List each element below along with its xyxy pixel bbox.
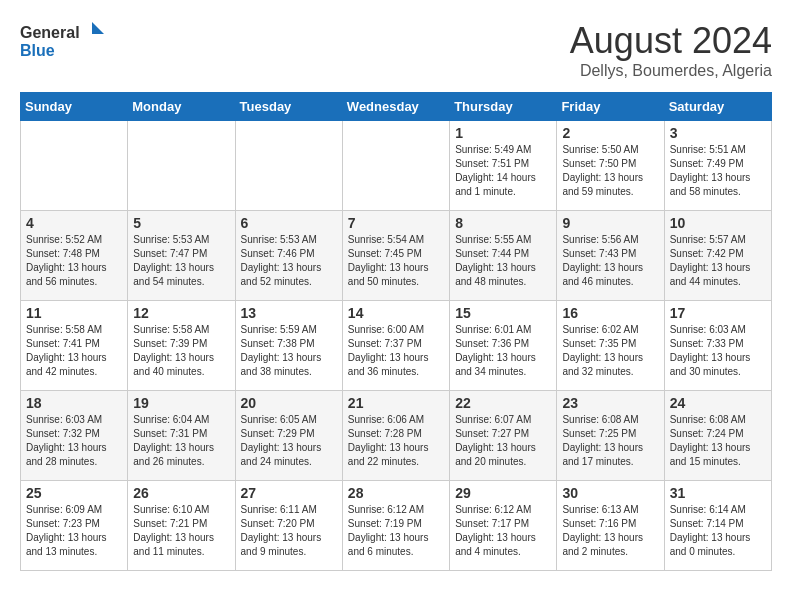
day-cell: 23Sunrise: 6:08 AM Sunset: 7:25 PM Dayli…	[557, 391, 664, 481]
day-number: 24	[670, 395, 766, 411]
svg-marker-2	[92, 22, 104, 34]
day-number: 23	[562, 395, 658, 411]
day-number: 22	[455, 395, 551, 411]
day-cell: 15Sunrise: 6:01 AM Sunset: 7:36 PM Dayli…	[450, 301, 557, 391]
header-cell-friday: Friday	[557, 93, 664, 121]
day-info: Sunrise: 6:12 AM Sunset: 7:19 PM Dayligh…	[348, 503, 444, 559]
day-info: Sunrise: 6:13 AM Sunset: 7:16 PM Dayligh…	[562, 503, 658, 559]
day-cell: 3Sunrise: 5:51 AM Sunset: 7:49 PM Daylig…	[664, 121, 771, 211]
day-cell: 31Sunrise: 6:14 AM Sunset: 7:14 PM Dayli…	[664, 481, 771, 571]
day-info: Sunrise: 6:02 AM Sunset: 7:35 PM Dayligh…	[562, 323, 658, 379]
day-info: Sunrise: 6:09 AM Sunset: 7:23 PM Dayligh…	[26, 503, 122, 559]
day-cell: 16Sunrise: 6:02 AM Sunset: 7:35 PM Dayli…	[557, 301, 664, 391]
week-row-1: 1Sunrise: 5:49 AM Sunset: 7:51 PM Daylig…	[21, 121, 772, 211]
day-number: 11	[26, 305, 122, 321]
day-info: Sunrise: 5:53 AM Sunset: 7:46 PM Dayligh…	[241, 233, 337, 289]
day-cell: 14Sunrise: 6:00 AM Sunset: 7:37 PM Dayli…	[342, 301, 449, 391]
header-cell-tuesday: Tuesday	[235, 93, 342, 121]
day-cell: 9Sunrise: 5:56 AM Sunset: 7:43 PM Daylig…	[557, 211, 664, 301]
day-number: 25	[26, 485, 122, 501]
day-info: Sunrise: 6:04 AM Sunset: 7:31 PM Dayligh…	[133, 413, 229, 469]
day-info: Sunrise: 6:00 AM Sunset: 7:37 PM Dayligh…	[348, 323, 444, 379]
day-number: 3	[670, 125, 766, 141]
day-info: Sunrise: 6:12 AM Sunset: 7:17 PM Dayligh…	[455, 503, 551, 559]
header-cell-thursday: Thursday	[450, 93, 557, 121]
day-number: 7	[348, 215, 444, 231]
day-number: 10	[670, 215, 766, 231]
header-cell-saturday: Saturday	[664, 93, 771, 121]
calendar-table: SundayMondayTuesdayWednesdayThursdayFrid…	[20, 92, 772, 571]
day-cell: 19Sunrise: 6:04 AM Sunset: 7:31 PM Dayli…	[128, 391, 235, 481]
day-number: 30	[562, 485, 658, 501]
day-cell	[342, 121, 449, 211]
day-info: Sunrise: 5:52 AM Sunset: 7:48 PM Dayligh…	[26, 233, 122, 289]
title-block: August 2024 Dellys, Boumerdes, Algeria	[570, 20, 772, 80]
day-number: 9	[562, 215, 658, 231]
day-info: Sunrise: 5:54 AM Sunset: 7:45 PM Dayligh…	[348, 233, 444, 289]
day-info: Sunrise: 5:50 AM Sunset: 7:50 PM Dayligh…	[562, 143, 658, 199]
day-cell	[235, 121, 342, 211]
day-number: 27	[241, 485, 337, 501]
day-info: Sunrise: 5:58 AM Sunset: 7:41 PM Dayligh…	[26, 323, 122, 379]
svg-text:Blue: Blue	[20, 42, 55, 59]
day-cell: 24Sunrise: 6:08 AM Sunset: 7:24 PM Dayli…	[664, 391, 771, 481]
day-number: 1	[455, 125, 551, 141]
day-number: 16	[562, 305, 658, 321]
day-cell: 7Sunrise: 5:54 AM Sunset: 7:45 PM Daylig…	[342, 211, 449, 301]
day-cell: 6Sunrise: 5:53 AM Sunset: 7:46 PM Daylig…	[235, 211, 342, 301]
day-cell: 2Sunrise: 5:50 AM Sunset: 7:50 PM Daylig…	[557, 121, 664, 211]
day-number: 14	[348, 305, 444, 321]
day-info: Sunrise: 5:49 AM Sunset: 7:51 PM Dayligh…	[455, 143, 551, 199]
calendar-header: SundayMondayTuesdayWednesdayThursdayFrid…	[21, 93, 772, 121]
day-info: Sunrise: 5:58 AM Sunset: 7:39 PM Dayligh…	[133, 323, 229, 379]
day-cell: 11Sunrise: 5:58 AM Sunset: 7:41 PM Dayli…	[21, 301, 128, 391]
day-number: 26	[133, 485, 229, 501]
day-number: 5	[133, 215, 229, 231]
day-number: 6	[241, 215, 337, 231]
day-number: 29	[455, 485, 551, 501]
day-cell	[128, 121, 235, 211]
svg-text:General: General	[20, 24, 80, 41]
day-cell: 17Sunrise: 6:03 AM Sunset: 7:33 PM Dayli…	[664, 301, 771, 391]
page-header: General Blue August 2024 Dellys, Boumerd…	[20, 20, 772, 80]
day-number: 28	[348, 485, 444, 501]
calendar-body: 1Sunrise: 5:49 AM Sunset: 7:51 PM Daylig…	[21, 121, 772, 571]
week-row-2: 4Sunrise: 5:52 AM Sunset: 7:48 PM Daylig…	[21, 211, 772, 301]
day-cell: 12Sunrise: 5:58 AM Sunset: 7:39 PM Dayli…	[128, 301, 235, 391]
day-number: 18	[26, 395, 122, 411]
header-cell-wednesday: Wednesday	[342, 93, 449, 121]
day-cell: 20Sunrise: 6:05 AM Sunset: 7:29 PM Dayli…	[235, 391, 342, 481]
day-number: 12	[133, 305, 229, 321]
day-number: 8	[455, 215, 551, 231]
day-cell: 8Sunrise: 5:55 AM Sunset: 7:44 PM Daylig…	[450, 211, 557, 301]
week-row-5: 25Sunrise: 6:09 AM Sunset: 7:23 PM Dayli…	[21, 481, 772, 571]
day-info: Sunrise: 5:59 AM Sunset: 7:38 PM Dayligh…	[241, 323, 337, 379]
day-number: 13	[241, 305, 337, 321]
day-info: Sunrise: 6:03 AM Sunset: 7:33 PM Dayligh…	[670, 323, 766, 379]
day-info: Sunrise: 6:01 AM Sunset: 7:36 PM Dayligh…	[455, 323, 551, 379]
logo-svg: General Blue	[20, 20, 110, 65]
day-number: 19	[133, 395, 229, 411]
day-info: Sunrise: 6:05 AM Sunset: 7:29 PM Dayligh…	[241, 413, 337, 469]
day-cell: 30Sunrise: 6:13 AM Sunset: 7:16 PM Dayli…	[557, 481, 664, 571]
day-cell: 18Sunrise: 6:03 AM Sunset: 7:32 PM Dayli…	[21, 391, 128, 481]
day-cell: 4Sunrise: 5:52 AM Sunset: 7:48 PM Daylig…	[21, 211, 128, 301]
day-info: Sunrise: 5:51 AM Sunset: 7:49 PM Dayligh…	[670, 143, 766, 199]
day-info: Sunrise: 6:11 AM Sunset: 7:20 PM Dayligh…	[241, 503, 337, 559]
day-cell: 22Sunrise: 6:07 AM Sunset: 7:27 PM Dayli…	[450, 391, 557, 481]
day-cell: 26Sunrise: 6:10 AM Sunset: 7:21 PM Dayli…	[128, 481, 235, 571]
day-info: Sunrise: 5:57 AM Sunset: 7:42 PM Dayligh…	[670, 233, 766, 289]
day-number: 17	[670, 305, 766, 321]
day-info: Sunrise: 5:53 AM Sunset: 7:47 PM Dayligh…	[133, 233, 229, 289]
day-cell: 13Sunrise: 5:59 AM Sunset: 7:38 PM Dayli…	[235, 301, 342, 391]
day-cell: 28Sunrise: 6:12 AM Sunset: 7:19 PM Dayli…	[342, 481, 449, 571]
day-cell: 29Sunrise: 6:12 AM Sunset: 7:17 PM Dayli…	[450, 481, 557, 571]
week-row-3: 11Sunrise: 5:58 AM Sunset: 7:41 PM Dayli…	[21, 301, 772, 391]
day-cell: 1Sunrise: 5:49 AM Sunset: 7:51 PM Daylig…	[450, 121, 557, 211]
day-info: Sunrise: 6:03 AM Sunset: 7:32 PM Dayligh…	[26, 413, 122, 469]
day-info: Sunrise: 6:10 AM Sunset: 7:21 PM Dayligh…	[133, 503, 229, 559]
day-cell: 27Sunrise: 6:11 AM Sunset: 7:20 PM Dayli…	[235, 481, 342, 571]
day-cell: 5Sunrise: 5:53 AM Sunset: 7:47 PM Daylig…	[128, 211, 235, 301]
day-info: Sunrise: 6:08 AM Sunset: 7:24 PM Dayligh…	[670, 413, 766, 469]
day-number: 21	[348, 395, 444, 411]
